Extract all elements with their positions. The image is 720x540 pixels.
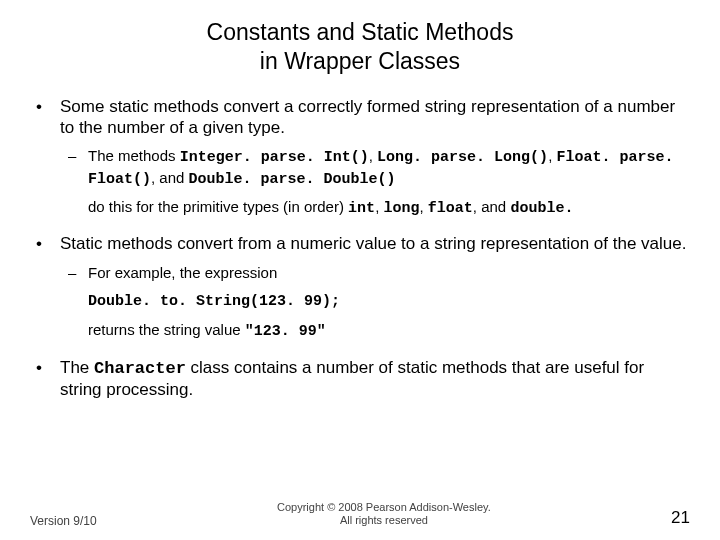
b1-t4: double.: [510, 200, 573, 217]
bullet-2-sub-item: For example, the expression: [60, 263, 690, 283]
footer-copyright-line2: All rights reserved: [340, 514, 428, 526]
bullet-1: Some static methods convert a correctly …: [30, 96, 690, 220]
b1-continuation: do this for the primitive types (in orde…: [88, 197, 690, 219]
b1-code2: Long. parse. Long(): [377, 149, 548, 166]
b1-t3: float: [428, 200, 473, 217]
b1-sep3: , and: [151, 169, 189, 186]
b1-code4: Double. parse. Double(): [189, 171, 396, 188]
footer-version: Version 9/10: [30, 514, 97, 528]
bullet-list: Some static methods convert a correctly …: [30, 96, 690, 401]
b2-ret-code: "123. 99": [245, 323, 326, 340]
b1-code1: Integer. parse. Int(): [180, 149, 369, 166]
b2-code-block: Double. to. String(123. 99);: [88, 290, 690, 312]
title-line-1: Constants and Static Methods: [207, 19, 514, 45]
b3-code: Character: [94, 359, 186, 378]
footer-page-number: 21: [671, 508, 690, 528]
footer-copyright-line1: Copyright © 2008 Pearson Addison-Wesley.: [277, 501, 491, 513]
footer-copyright: Copyright © 2008 Pearson Addison-Wesley.…: [97, 501, 671, 529]
bullet-3: The Character class contains a number of…: [30, 357, 690, 401]
b2-code: Double. to. String(123. 99);: [88, 293, 340, 310]
bullet-1-sub-item: The methods Integer. parse. Int(), Long.…: [60, 146, 690, 189]
b3-prefix: The: [60, 358, 94, 377]
b1-sep1: ,: [369, 147, 377, 164]
title-line-2: in Wrapper Classes: [260, 48, 460, 74]
footer: Version 9/10 Copyright © 2008 Pearson Ad…: [30, 501, 690, 529]
bullet-2-sub: For example, the expression: [60, 263, 690, 283]
bullet-2: Static methods convert from a numeric va…: [30, 233, 690, 342]
b1-cont-prefix: do this for the primitive types (in orde…: [88, 198, 348, 215]
b1-c2: ,: [419, 198, 427, 215]
slide: Constants and Static Methods in Wrapper …: [0, 0, 720, 540]
b1-t2: long: [383, 200, 419, 217]
slide-title: Constants and Static Methods in Wrapper …: [30, 18, 690, 76]
bullet-1-sub: The methods Integer. parse. Int(), Long.…: [60, 146, 690, 189]
bullet-2-text: Static methods convert from a numeric va…: [60, 234, 687, 253]
bullet-1-text: Some static methods convert a correctly …: [60, 97, 675, 137]
b1-c3: , and: [473, 198, 511, 215]
b1-t1: int: [348, 200, 375, 217]
b2-sub-text: For example, the expression: [88, 264, 277, 281]
b1-sub-prefix: The methods: [88, 147, 180, 164]
b2-ret-prefix: returns the string value: [88, 321, 245, 338]
b2-return: returns the string value "123. 99": [88, 320, 690, 342]
